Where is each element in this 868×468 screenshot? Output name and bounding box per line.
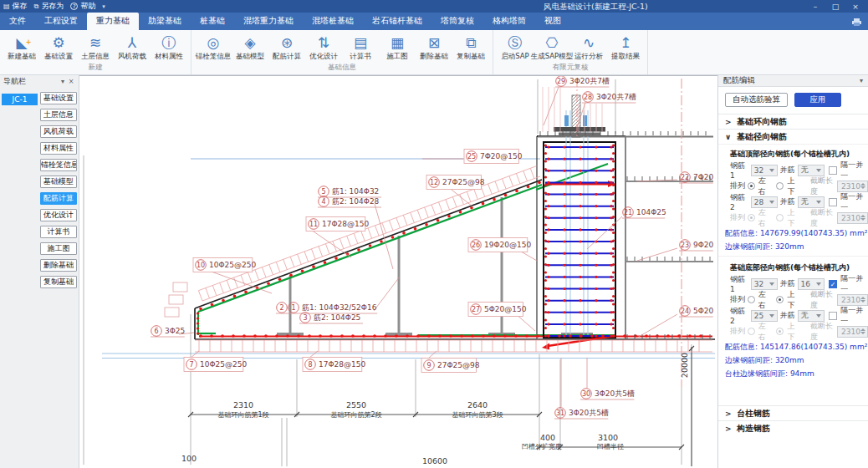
ribbon-group-label: 新建 bbox=[3, 62, 187, 74]
apply-button[interactable]: 应用 bbox=[794, 93, 841, 107]
save-button[interactable]: ▤ 保存 bbox=[3, 1, 28, 12]
top-rebar1-diameter-select[interactable]: 32 bbox=[751, 165, 779, 176]
top-arrange1-radio-1[interactable] bbox=[776, 182, 784, 190]
bottom-rebar1-diameter-select[interactable]: 32 bbox=[751, 278, 779, 290]
bottom-rebar2-bundle-select[interactable]: 无 bbox=[798, 310, 825, 322]
nav-item-construction-drawing[interactable]: 施工图 bbox=[40, 242, 77, 255]
spinner-up-icon[interactable] bbox=[860, 297, 865, 299]
navbar-collapse-icon[interactable]: ▾ bbox=[59, 78, 67, 85]
extract-results-tool[interactable]: ↥提取结果 bbox=[607, 32, 644, 62]
minimize-button[interactable]: – bbox=[806, 3, 825, 11]
bottom-arrange1-radio-0[interactable] bbox=[748, 296, 755, 303]
section-radial-rebar[interactable]: ∨ 基础径向钢筋 bbox=[718, 129, 868, 144]
auto-select-rebar-button[interactable]: 自动选筋验算 bbox=[725, 93, 788, 107]
drawing-canvas[interactable]: 293Φ20共7槽283Φ20共7槽257Φ20@1501227Φ25@985筋… bbox=[79, 75, 717, 468]
material-props-tool[interactable]: ⓘ材料属性 bbox=[151, 32, 187, 62]
spinner-down-icon[interactable] bbox=[860, 186, 865, 189]
menu-tab-hybrid-tower-pile-foundation[interactable]: 混塔桩基础 bbox=[303, 13, 363, 30]
svg-text:29: 29 bbox=[557, 78, 565, 85]
panel-collapse-icon[interactable]: ▾ bbox=[860, 77, 863, 84]
launch-sap-tool[interactable]: Ⓢ启动SAP bbox=[497, 32, 534, 62]
foundation-tab-jc1[interactable]: JC-1 bbox=[2, 94, 38, 105]
new-foundation-tool[interactable]: ◣+新建基础 bbox=[3, 32, 40, 62]
construction-drawing-tool[interactable]: ▦施工图 bbox=[379, 32, 416, 62]
foundation-model-tool[interactable]: ◈基础模型 bbox=[232, 32, 268, 62]
top-rebar2-bundle-select[interactable]: 无 bbox=[798, 196, 825, 208]
spinner-down-icon[interactable] bbox=[860, 300, 865, 303]
maximize-button[interactable]: □ bbox=[826, 3, 845, 11]
close-button[interactable]: × bbox=[846, 3, 865, 11]
spinner-up-icon[interactable] bbox=[860, 328, 865, 331]
navbar-close-icon[interactable]: × bbox=[67, 78, 75, 85]
delete-foundation-tool[interactable]: ⊠删除基础 bbox=[416, 32, 452, 62]
nav-item-rebar-calc[interactable]: 配筋计算 bbox=[40, 192, 77, 205]
top-rebar2-alternate-checkbox[interactable] bbox=[829, 198, 837, 206]
top-rebar1-alternate-checkbox[interactable] bbox=[829, 166, 837, 175]
nav-item-foundation-model[interactable]: 基础模型 bbox=[40, 176, 77, 188]
menu-tab-rib-beam-foundation[interactable]: 肋梁基础 bbox=[139, 13, 191, 30]
calc-report-tool[interactable]: ▤计算书 bbox=[342, 32, 379, 62]
svg-text:30: 30 bbox=[582, 390, 590, 398]
menu-tab-hybrid-tower-gravity-foundation[interactable]: 混塔重力基础 bbox=[234, 13, 303, 30]
soil-layers-tool[interactable]: ≋土层信息 bbox=[77, 32, 114, 62]
nav-item-soil-info[interactable]: 土层信息 bbox=[40, 109, 77, 121]
run-analysis-tool[interactable]: ∿运行分析 bbox=[570, 32, 607, 62]
nav-item-foundation-settings[interactable]: 基础设置 bbox=[40, 92, 77, 104]
section-pedestal-rebar[interactable]: > 台柱钢筋 bbox=[718, 405, 868, 420]
section-hoop-rebar[interactable]: > 基础环向钢筋 bbox=[718, 114, 868, 129]
copy-foundation-tool[interactable]: ⧉复制基础 bbox=[452, 32, 489, 62]
top-arrange1-cutlen-input[interactable]: 2310 bbox=[837, 181, 868, 192]
bottom-arrange1-radio-1[interactable] bbox=[776, 296, 784, 303]
top-arrange1-radio-0[interactable] bbox=[748, 182, 755, 190]
menu-tab-rock-anchor-foundation[interactable]: 岩石锚杆基础 bbox=[363, 13, 431, 30]
bottom-rebar1-alternate-checkbox[interactable]: ✓ bbox=[829, 280, 837, 288]
top-arrange2-row: 排列左右上下截断长度2310 bbox=[718, 210, 868, 226]
style-icon[interactable] bbox=[852, 18, 861, 28]
drawing-callout: 1227Φ25@98 bbox=[426, 176, 485, 207]
foundation-settings-tool[interactable]: ⚙基础设置 bbox=[40, 32, 77, 62]
svg-text:23: 23 bbox=[681, 242, 689, 249]
menu-tab-pile-foundation[interactable]: 桩基础 bbox=[191, 13, 234, 30]
menu-tab-file[interactable]: 文件 bbox=[0, 13, 35, 30]
bottom-arrange2-radio-0[interactable] bbox=[748, 328, 755, 335]
top-arrange2-cutlen-input[interactable]: 2310 bbox=[837, 212, 868, 224]
bottom-arrange1-cutlen-input[interactable]: 2310 bbox=[837, 294, 868, 306]
nav-item-optimize-design[interactable]: 优化设计 bbox=[40, 209, 77, 221]
menu-tab-tower-check[interactable]: 塔筒复核 bbox=[431, 13, 483, 30]
nav-item-material-props[interactable]: 材料属性 bbox=[40, 142, 77, 155]
bottom-arrange2-radio-1[interactable] bbox=[776, 328, 784, 335]
menu-tab-lattice-tower[interactable]: 格构塔筒 bbox=[483, 13, 535, 30]
nav-item-turbine-load[interactable]: 风机荷载 bbox=[40, 125, 77, 138]
help-button[interactable]: ? 帮助 bbox=[70, 1, 95, 12]
rebar-calc-tool[interactable]: ⊛配筋计算 bbox=[268, 32, 305, 62]
anchor-cage-info-tool[interactable]: ◎锚栓笼信息 bbox=[195, 32, 232, 62]
menu-tab-gravity-foundation[interactable]: 重力基础 bbox=[87, 13, 139, 30]
turbine-load-tool[interactable]: ⅄风机荷载 bbox=[114, 32, 151, 62]
top-rebar1-bundle-select[interactable]: 无 bbox=[798, 165, 825, 176]
bottom-arrange2-cutlen-input[interactable]: 2310 bbox=[837, 326, 868, 338]
bottom-rebar2-diameter-select[interactable]: 25 bbox=[751, 310, 779, 322]
menu-tab-view[interactable]: 视图 bbox=[535, 13, 570, 30]
spinner-down-icon[interactable] bbox=[860, 218, 865, 221]
top-rebar2-diameter-select[interactable]: 28 bbox=[751, 196, 779, 208]
nav-item-anchor-cage-info[interactable]: 锚栓笼信息 bbox=[40, 159, 77, 171]
ribbon-group-label: 有限元复核 bbox=[497, 62, 644, 74]
quick-access-dropdown-icon[interactable]: ▾ bbox=[102, 3, 105, 10]
spinner-up-icon[interactable] bbox=[860, 215, 865, 217]
optimize-design-tool[interactable]: ⇅优化设计 bbox=[305, 32, 342, 62]
top-arrange2-radio-1[interactable] bbox=[776, 214, 784, 221]
top-arrange2-radio-0[interactable] bbox=[748, 214, 755, 221]
bottom-rebar1-bundle-select[interactable]: 16 bbox=[798, 278, 825, 290]
spinner-up-icon[interactable] bbox=[860, 183, 865, 186]
ribbon-tool-label: 配筋计算 bbox=[273, 52, 301, 62]
bottom-rebar2-alternate-checkbox[interactable] bbox=[829, 312, 837, 320]
section-constructional-rebar[interactable]: > 构造钢筋 bbox=[718, 420, 868, 435]
spinner-down-icon[interactable] bbox=[860, 332, 865, 334]
save-as-button[interactable]: ⧉ 另存为 bbox=[34, 1, 64, 12]
nav-item-calc-report[interactable]: 计算书 bbox=[40, 226, 77, 238]
svg-text:7: 7 bbox=[189, 361, 193, 369]
generate-sap-model-tool[interactable]: ⎔生成SAP模型 bbox=[534, 32, 570, 62]
menu-tab-project-settings[interactable]: 工程设置 bbox=[35, 13, 87, 30]
nav-item-delete-foundation[interactable]: 删除基础 bbox=[40, 259, 77, 272]
nav-item-copy-foundation[interactable]: 复制基础 bbox=[40, 276, 77, 288]
